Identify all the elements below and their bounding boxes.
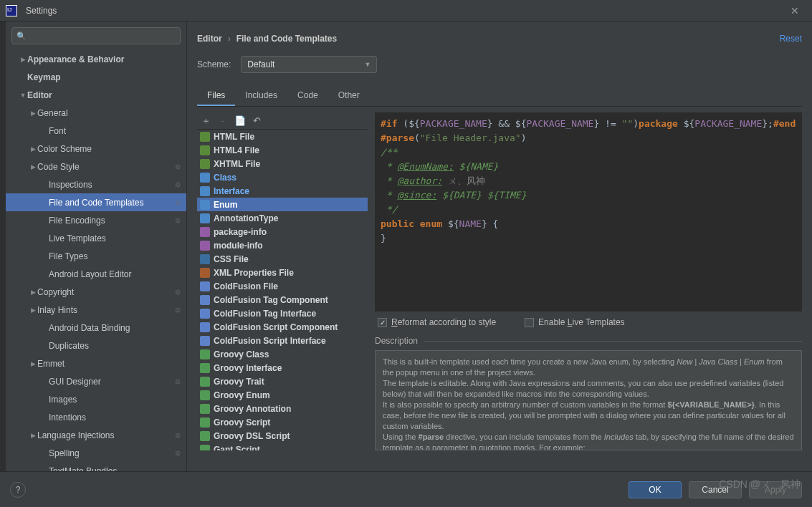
sidebar-item-copyright[interactable]: ▶Copyright⛭ (6, 283, 186, 301)
sidebar-item-font[interactable]: Font (6, 122, 186, 140)
ok-button[interactable]: OK (629, 481, 682, 498)
sidebar-item-file-types[interactable]: File Types (6, 247, 186, 265)
sidebar-item-inspections[interactable]: Inspections⛭ (6, 175, 186, 193)
sidebar-item-file-and-code-templates[interactable]: File and Code Templates⛭ (6, 193, 186, 211)
file-type-icon (200, 404, 210, 414)
copy-button[interactable]: 📄 (234, 115, 246, 126)
template-item-groovy-script[interactable]: Groovy Script (197, 415, 368, 429)
sidebar-item-android-data-binding[interactable]: Android Data Binding (6, 319, 186, 337)
template-name: CSS File (214, 254, 249, 264)
cancel-button[interactable]: Cancel (689, 481, 742, 498)
tree-arrow-icon: ▶ (29, 289, 37, 296)
sidebar-item-textmate-bundles[interactable]: TextMate Bundles (6, 462, 186, 471)
template-item-annotationtype[interactable]: AnnotationType (197, 211, 368, 225)
reformat-checkbox[interactable]: ✓ Reformat according to style (378, 317, 496, 327)
template-item-groovy-annotation[interactable]: Groovy Annotation (197, 402, 368, 415)
sidebar-item-general[interactable]: ▶General (6, 104, 186, 122)
sidebar-item-color-scheme[interactable]: ▶Color Scheme (6, 140, 186, 158)
help-button[interactable]: ? (10, 482, 26, 498)
template-item-groovy-enum[interactable]: Groovy Enum (197, 388, 368, 402)
template-list[interactable]: HTML FileHTML4 FileXHTML FileClassInterf… (197, 130, 368, 450)
template-item-css-file[interactable]: CSS File (197, 252, 368, 266)
sidebar-item-appearance-behavior[interactable]: ▶Appearance & Behavior (6, 50, 186, 68)
settings-tree[interactable]: ▶Appearance & BehaviorKeymap▼Editor▶Gene… (6, 50, 186, 471)
sidebar-item-emmet[interactable]: ▶Emmet (6, 354, 186, 372)
template-item-coldfusion-script-interface[interactable]: ColdFusion Script Interface (197, 334, 368, 347)
gear-icon: ⛭ (174, 163, 182, 171)
template-item-groovy-interface[interactable]: Groovy Interface (197, 361, 368, 375)
file-type-icon (200, 200, 210, 210)
tree-label: Appearance & Behavior (27, 54, 182, 64)
template-item-xml-properties-file[interactable]: XML Properties File (197, 266, 368, 279)
file-type-icon (200, 322, 210, 332)
template-item-coldfusion-file[interactable]: ColdFusion File (197, 279, 368, 293)
file-type-icon (200, 431, 210, 441)
sidebar-item-gui-designer[interactable]: GUI Designer⛭ (6, 372, 186, 390)
template-item-coldfusion-tag-interface[interactable]: ColdFusion Tag Interface (197, 306, 368, 320)
template-item-package-info[interactable]: package-info (197, 225, 368, 238)
template-item-html4-file[interactable]: HTML4 File (197, 143, 368, 157)
tree-arrow-icon: ▶ (29, 306, 37, 314)
file-type-icon (200, 173, 210, 183)
template-name: Class (214, 173, 237, 183)
file-type-icon (200, 241, 210, 251)
template-item-groovy-trait[interactable]: Groovy Trait (197, 375, 368, 388)
search-input[interactable]: 🔍 (11, 27, 181, 44)
sidebar-item-live-templates[interactable]: Live Templates (6, 229, 186, 247)
scheme-select[interactable]: Default ▼ (241, 56, 377, 73)
file-type-icon (200, 363, 210, 373)
add-button[interactable]: ＋ (201, 115, 211, 127)
breadcrumb-page: File and Code Templates (237, 34, 337, 44)
file-type-icon (200, 227, 210, 237)
file-type-icon (200, 377, 210, 387)
template-item-groovy-dsl-script[interactable]: Groovy DSL Script (197, 429, 368, 443)
apply-button[interactable]: Apply (749, 481, 802, 498)
template-code-editor[interactable]: #if (${PACKAGE_NAME} && ${PACKAGE_NAME} … (375, 112, 802, 312)
sidebar-item-duplicates[interactable]: Duplicates (6, 337, 186, 354)
remove-button[interactable]: － (218, 115, 227, 127)
sidebar-item-spelling[interactable]: Spelling⛭ (6, 444, 186, 462)
sidebar-item-android-layout-editor[interactable]: Android Layout Editor (6, 265, 186, 283)
sidebar-item-intentions[interactable]: Intentions (6, 408, 186, 426)
gear-icon: ⛭ (174, 306, 182, 314)
template-item-gant-script[interactable]: Gant Script (197, 443, 368, 450)
template-item-class[interactable]: Class (197, 170, 368, 184)
template-item-xhtml-file[interactable]: XHTML File (197, 157, 368, 170)
reset-link[interactable]: Reset (780, 34, 802, 44)
sidebar-item-images[interactable]: Images (6, 390, 186, 408)
checkbox-icon: ✓ (378, 318, 387, 327)
sidebar-item-keymap[interactable]: Keymap (6, 68, 186, 86)
sidebar-item-code-style[interactable]: ▶Code Style⛭ (6, 158, 186, 175)
tree-label: Spelling (49, 448, 171, 458)
tab-includes[interactable]: Includes (235, 86, 287, 106)
tree-arrow-icon: ▶ (29, 163, 37, 170)
sidebar-item-file-encodings[interactable]: File Encodings⛭ (6, 211, 186, 229)
sidebar-item-inlay-hints[interactable]: ▶Inlay Hints⛭ (6, 301, 186, 319)
tree-label: Android Layout Editor (49, 269, 182, 279)
template-name: module-info (214, 241, 263, 251)
template-item-groovy-class[interactable]: Groovy Class (197, 347, 368, 361)
dialog-footer: ? OK Cancel Apply (0, 471, 812, 507)
tab-other[interactable]: Other (328, 86, 370, 106)
sidebar-item-editor[interactable]: ▼Editor (6, 86, 186, 104)
template-item-enum[interactable]: Enum (197, 198, 368, 211)
template-item-module-info[interactable]: module-info (197, 238, 368, 252)
template-item-interface[interactable]: Interface (197, 184, 368, 198)
template-list-panel: ＋ － 📄 ↶ HTML FileHTML4 FileXHTML FileCla… (197, 112, 368, 450)
tab-files[interactable]: Files (197, 86, 235, 106)
tab-code[interactable]: Code (287, 86, 328, 106)
undo-button[interactable]: ↶ (253, 115, 261, 126)
template-name: Groovy Interface (214, 363, 282, 373)
template-item-coldfusion-tag-component[interactable]: ColdFusion Tag Component (197, 293, 368, 306)
sidebar-item-language-injections[interactable]: ▶Language Injections⛭ (6, 426, 186, 444)
gear-icon: ⛭ (174, 216, 182, 225)
template-item-html-file[interactable]: HTML File (197, 130, 368, 143)
tree-label: Android Data Binding (49, 323, 182, 333)
search-field[interactable] (29, 31, 176, 42)
tree-label: File Encodings (49, 216, 171, 226)
template-item-coldfusion-script-component[interactable]: ColdFusion Script Component (197, 320, 368, 334)
template-name: Groovy Annotation (214, 404, 291, 414)
close-icon[interactable]: ✕ (783, 1, 806, 21)
live-templates-checkbox[interactable]: Enable Live Templates (525, 317, 625, 327)
template-name: Groovy DSL Script (214, 431, 290, 441)
